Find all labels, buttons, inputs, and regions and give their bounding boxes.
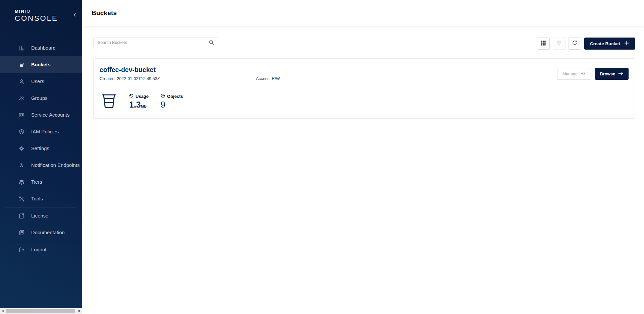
grid-view-icon	[540, 40, 546, 48]
create-bucket-label: Create Bucket	[590, 41, 620, 46]
usage-pie-icon	[129, 93, 133, 99]
search-box	[93, 38, 218, 47]
logo: MINIO CONSOLE ‹	[0, 0, 82, 40]
logo-brand-bottom: CONSOLE	[15, 14, 75, 23]
sidebar-item-tools[interactable]: Tools	[0, 190, 82, 207]
gear-icon	[18, 145, 25, 152]
usage-label: Usage	[136, 94, 149, 99]
groups-icon	[18, 95, 25, 102]
sidebar-item-tiers[interactable]: Tiers	[0, 174, 82, 190]
manage-button-label: Manage	[562, 72, 578, 76]
toolbar-buttons: Create Bucket	[537, 38, 635, 50]
sidebar-item-service-accounts[interactable]: Service Accounts	[0, 107, 82, 123]
bucket-access-text: Access: R/W	[256, 76, 280, 81]
sidebar-item-logout[interactable]: Logout	[0, 241, 82, 258]
scrollbar-thumb[interactable]	[6, 309, 75, 313]
manage-button[interactable]: Manage	[557, 68, 591, 80]
sidebar-collapse-icon[interactable]: ‹	[74, 11, 76, 18]
sidebar-item-label: Settings	[31, 146, 49, 151]
objects-value: 9	[161, 100, 183, 110]
arrow-right-icon	[618, 71, 624, 76]
objects-icon	[161, 93, 165, 99]
logo-brand-top: MINIO	[15, 9, 75, 14]
sidebar-item-label: Dashboard	[31, 45, 56, 51]
sidebar-item-label: IAM Policies	[31, 129, 59, 134]
lambda-icon: λ	[18, 162, 25, 169]
refresh-button[interactable]	[569, 38, 581, 50]
sidebar-item-settings[interactable]: Settings	[0, 140, 82, 157]
sidebar-item-label: Documentation	[31, 230, 65, 235]
bucket-metrics: Usage 1.3MB Objects 9	[100, 93, 629, 110]
sidebar-item-users[interactable]: Users	[0, 73, 82, 90]
usage-metric: Usage 1.3MB	[129, 93, 149, 110]
scrollbar-left-arrow-icon[interactable]	[2, 310, 4, 312]
bucket-icon	[18, 61, 25, 68]
plus-icon	[624, 41, 629, 47]
service-accounts-icon	[18, 112, 25, 118]
page-header: Buckets	[82, 0, 644, 26]
sidebar: MINIO CONSOLE ‹ Dashboard Buckets Users	[0, 0, 82, 308]
layers-icon	[18, 179, 25, 185]
sidebar-item-notification-endpoints[interactable]: λ Notification Endpoints	[0, 157, 82, 174]
sidebar-item-label: Service Accounts	[31, 112, 69, 118]
sidebar-item-label: Groups	[31, 96, 48, 101]
browse-button-label: Browse	[600, 72, 615, 76]
main-content: Buckets	[82, 0, 644, 314]
tools-icon	[18, 195, 25, 202]
list-view-button	[553, 38, 566, 50]
sidebar-item-documentation[interactable]: Documentation	[0, 224, 82, 241]
sidebar-item-groups[interactable]: Groups	[0, 90, 82, 107]
bucket-meta: Created: 2022-01-02T12:49:53Z Access: R/…	[100, 76, 280, 81]
bucket-name-link[interactable]: coffee-dev-bucket	[100, 66, 280, 74]
horizontal-scrollbar[interactable]	[0, 308, 82, 314]
browse-button[interactable]: Browse	[595, 68, 629, 80]
search-icon	[208, 39, 215, 47]
bucket-card: coffee-dev-bucket Created: 2022-01-02T12…	[93, 58, 635, 119]
usage-unit: MB	[141, 104, 147, 108]
create-bucket-button[interactable]: Create Bucket	[584, 38, 635, 50]
sidebar-item-iam-policies[interactable]: IAM Policies	[0, 123, 82, 140]
sidebar-item-license[interactable]: License	[0, 207, 82, 224]
sidebar-item-label: Logout	[31, 247, 47, 252]
objects-label-row: Objects	[161, 93, 183, 99]
list-view-bucket-icon	[556, 40, 562, 48]
scrollbar-right-arrow-icon[interactable]	[78, 310, 80, 312]
usage-value: 1.3MB	[129, 100, 149, 110]
sidebar-nav: Dashboard Buckets Users Groups Service A	[0, 40, 82, 258]
sidebar-item-label: Notification Endpoints	[31, 163, 80, 168]
dashboard-icon	[18, 45, 25, 51]
refresh-icon	[572, 40, 578, 48]
sidebar-item-dashboard[interactable]: Dashboard	[0, 40, 82, 56]
license-icon	[18, 212, 25, 219]
usage-label-row: Usage	[129, 93, 149, 99]
sidebar-item-label: License	[31, 213, 48, 218]
shield-icon	[18, 128, 25, 135]
sidebar-item-label: Tools	[31, 196, 43, 201]
objects-metric: Objects 9	[161, 93, 183, 110]
bucket-card-top: coffee-dev-bucket Created: 2022-01-02T12…	[100, 66, 629, 81]
objects-label: Objects	[167, 94, 183, 99]
search-input[interactable]	[93, 38, 218, 47]
actions-row: Create Bucket	[82, 26, 644, 50]
bucket-info: coffee-dev-bucket Created: 2022-01-02T12…	[100, 66, 280, 81]
logout-icon	[18, 246, 25, 253]
grid-view-button[interactable]	[537, 38, 550, 50]
bucket-card-buttons: Manage Browse	[557, 68, 629, 80]
page-title: Buckets	[92, 9, 117, 17]
card-divider	[100, 88, 629, 88]
manage-gear-icon	[581, 71, 586, 77]
sidebar-item-buckets[interactable]: Buckets	[0, 56, 82, 73]
bucket-large-icon	[101, 93, 117, 109]
user-icon	[18, 78, 25, 85]
sidebar-item-label: Users	[31, 79, 44, 84]
sidebar-item-label: Tiers	[31, 179, 42, 185]
sidebar-item-label: Buckets	[31, 62, 51, 67]
documentation-icon	[18, 229, 25, 236]
bucket-created-text: Created: 2022-01-02T12:49:53Z	[100, 76, 256, 81]
